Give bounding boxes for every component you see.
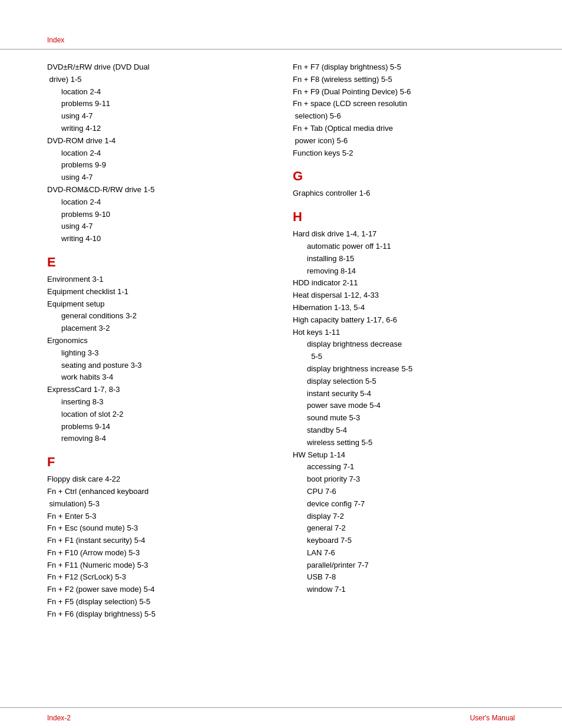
seating-entry: seating and posture 3-3 xyxy=(47,360,269,372)
header-label: Index xyxy=(47,36,64,44)
work-habits-entry: work habits 3-4 xyxy=(47,371,269,384)
right-column: Fn + F7 (display brightness) 5-5 Fn + F8… xyxy=(293,61,515,621)
fn-f8-entry: Fn + F8 (wireless setting) 5-5 xyxy=(293,74,515,86)
window-entry: window 7-1 xyxy=(293,584,515,596)
equipment-setup-entry: Equipment setup xyxy=(47,298,269,311)
installing-entry: installing 8-15 xyxy=(293,253,515,265)
placement-entry: placement 3-2 xyxy=(47,322,269,335)
fn-f11-entry: Fn + F11 (Numeric mode) 5-3 xyxy=(47,559,269,572)
environment-entry: Environment 3-1 xyxy=(47,274,269,286)
fn-tab-entry: Fn + Tab (Optical media drive power icon… xyxy=(293,123,515,147)
auto-power-off-entry: automatic power off 1-11 xyxy=(293,241,515,253)
dvd-rw-writing: writing 4-12 xyxy=(47,123,269,135)
location-of-slot-entry: location of slot 2-2 xyxy=(47,409,269,421)
page-header: Index xyxy=(0,0,562,50)
display-brightness-decrease-entry: display brightness decrease 5-5 xyxy=(293,338,515,363)
fn-enter-entry: Fn + Enter 5-3 xyxy=(47,510,269,523)
dvd-rw-entry: DVD±R/±RW drive (DVD Dual drive) 1-5 xyxy=(47,61,269,86)
dvd-rom-cdr-writing: writing 4-10 xyxy=(47,233,269,245)
standby-entry: standby 5-4 xyxy=(293,424,515,437)
hdd-indicator-entry: HDD indicator 2-11 xyxy=(293,277,515,289)
display-entry: display 7-2 xyxy=(293,510,515,523)
equipment-checklist-entry: Equipment checklist 1-1 xyxy=(47,286,269,298)
high-capacity-battery-entry: High capacity battery 1-17, 6-6 xyxy=(293,314,515,327)
fn-f9-entry: Fn + F9 (Dual Pointing Device) 5-6 xyxy=(293,86,515,98)
dvd-rom-using: using 4-7 xyxy=(47,172,269,184)
fn-f10-entry: Fn + F10 (Arrow mode) 5-3 xyxy=(47,547,269,559)
dvd-rom-cdr-location: location 2-4 xyxy=(47,196,269,209)
keyboard-entry: keyboard 7-5 xyxy=(293,535,515,547)
section-h-label: H xyxy=(293,209,515,225)
inserting-entry: inserting 8-3 xyxy=(47,396,269,409)
dvd-rom-cdr-entry: DVD-ROM&CD-R/RW drive 1-5 xyxy=(47,184,269,196)
expresscard-entry: ExpressCard 1-7, 8-3 xyxy=(47,384,269,396)
heat-dispersal-entry: Heat dispersal 1-12, 4-33 xyxy=(293,289,515,302)
fn-f12-entry: Fn + F12 (ScrLock) 5-3 xyxy=(47,571,269,584)
fn-f2-entry: Fn + F2 (power save mode) 5-4 xyxy=(47,584,269,596)
graphics-controller-entry: Graphics controller 1-6 xyxy=(293,187,515,200)
boot-priority-entry: boot priority 7-3 xyxy=(293,473,515,486)
hibernation-entry: Hibernation 1-13, 5-4 xyxy=(293,302,515,314)
page-footer: Index-2 User's Manual xyxy=(0,707,562,728)
section-f-label: F xyxy=(47,454,269,470)
lan-entry: LAN 7-6 xyxy=(293,547,515,559)
footer-left-label: Index-2 xyxy=(47,714,71,722)
removing-expresscard-entry: removing 8-4 xyxy=(47,433,269,445)
function-keys-entry: Function keys 5-2 xyxy=(293,147,515,160)
section-g-label: G xyxy=(293,169,515,184)
fn-f5-entry: Fn + F5 (display selection) 5-5 xyxy=(47,596,269,608)
display-selection-entry: display selection 5-5 xyxy=(293,375,515,388)
fn-f7-entry: Fn + F7 (display brightness) 5-5 xyxy=(293,61,515,74)
hard-disk-entry: Hard disk drive 1-4, 1-17 xyxy=(293,228,515,241)
ergonomics-entry: Ergonomics xyxy=(47,335,269,347)
fn-ctrl-entry: Fn + Ctrl (enhanced keyboard simulation)… xyxy=(47,486,269,510)
display-brightness-increase-entry: display brightness increase 5-5 xyxy=(293,363,515,375)
general-entry: general 7-2 xyxy=(293,522,515,535)
device-config-entry: device config 7-7 xyxy=(293,498,515,510)
expresscard-problems-entry: problems 9-14 xyxy=(47,421,269,433)
dvd-rom-entry: DVD-ROM drive 1-4 xyxy=(47,135,269,147)
power-save-mode-entry: power save mode 5-4 xyxy=(293,400,515,412)
left-column: DVD±R/±RW drive (DVD Dual drive) 1-5 loc… xyxy=(47,61,269,621)
section-e-label: E xyxy=(47,255,269,270)
floppy-entry: Floppy disk care 4-22 xyxy=(47,473,269,486)
footer-right-label: User's Manual xyxy=(470,714,515,722)
general-conditions-entry: general conditions 3-2 xyxy=(47,310,269,322)
dvd-rom-cdr-using: using 4-7 xyxy=(47,220,269,233)
dvd-rw-location: location 2-4 xyxy=(47,86,269,98)
removing-hdd-entry: removing 8-14 xyxy=(293,265,515,278)
dvd-rom-location: location 2-4 xyxy=(47,147,269,160)
accessing-entry: accessing 7-1 xyxy=(293,461,515,473)
hw-setup-entry: HW Setup 1-14 xyxy=(293,449,515,462)
fn-space-entry: Fn + space (LCD screen resolutin selecti… xyxy=(293,98,515,123)
page: Index DVD±R/±RW drive (DVD Dual drive) 1… xyxy=(0,0,562,728)
parallel-printer-entry: parallel/printer 7-7 xyxy=(293,559,515,572)
wireless-setting-entry: wireless setting 5-5 xyxy=(293,437,515,449)
fn-f6-entry: Fn + F6 (display brightness) 5-5 xyxy=(47,608,269,621)
content-area: DVD±R/±RW drive (DVD Dual drive) 1-5 loc… xyxy=(0,50,562,633)
hot-keys-entry: Hot keys 1-11 xyxy=(293,327,515,339)
dvd-rw-problems: problems 9-11 xyxy=(47,98,269,110)
fn-esc-entry: Fn + Esc (sound mute) 5-3 xyxy=(47,522,269,535)
instant-security-entry: instant security 5-4 xyxy=(293,388,515,400)
lighting-entry: lighting 3-3 xyxy=(47,347,269,360)
usb-entry: USB 7-8 xyxy=(293,571,515,584)
cpu-entry: CPU 7-6 xyxy=(293,486,515,498)
dvd-rw-using: using 4-7 xyxy=(47,110,269,123)
dvd-rom-cdr-problems: problems 9-10 xyxy=(47,209,269,221)
fn-f1-entry: Fn + F1 (instant security) 5-4 xyxy=(47,535,269,547)
sound-mute-entry: sound mute 5-3 xyxy=(293,412,515,424)
dvd-rom-problems: problems 9-9 xyxy=(47,159,269,172)
